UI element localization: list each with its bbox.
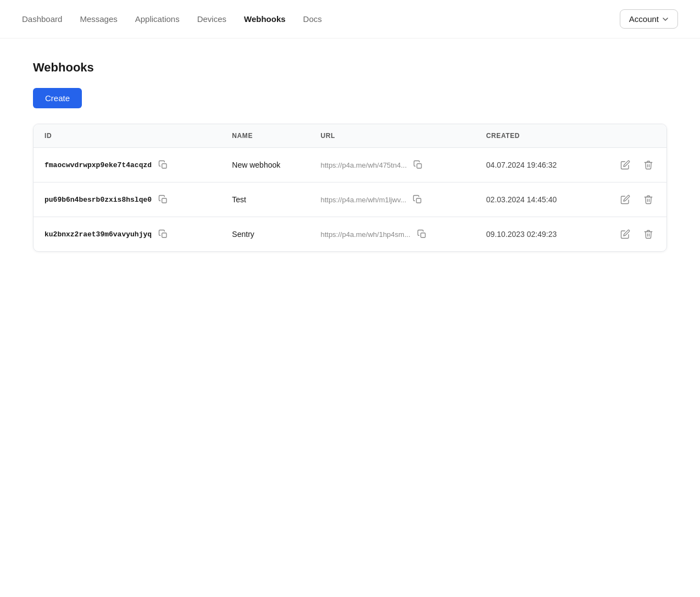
nav-link-docs[interactable]: Docs (303, 14, 322, 24)
svg-rect-4 (162, 233, 166, 237)
cell-actions (592, 148, 666, 183)
webhook-created: 04.07.2024 19:46:32 (486, 161, 557, 169)
copy-id-button[interactable] (155, 159, 171, 171)
cell-name: Test (221, 183, 309, 217)
cell-url: https://p4a.me/wh/1hp4sm... (309, 217, 475, 252)
col-header-actions (592, 124, 666, 148)
webhook-name: Sentry (232, 230, 254, 239)
copy-url-button[interactable] (410, 159, 426, 171)
copy-id-button[interactable] (155, 228, 171, 240)
col-header-id: ID (34, 124, 221, 148)
delete-button[interactable] (641, 192, 655, 207)
nav-link-applications[interactable]: Applications (135, 14, 180, 24)
col-header-name: NAME (221, 124, 309, 148)
edit-button[interactable] (618, 192, 632, 207)
svg-rect-2 (162, 198, 166, 203)
create-button[interactable]: Create (33, 88, 82, 108)
table-body: fmaocwvdrwpxp9eke7t4acqzd New webhook ht… (34, 148, 666, 252)
webhook-created: 02.03.2024 14:45:40 (486, 195, 557, 204)
table-row: fmaocwvdrwpxp9eke7t4acqzd New webhook ht… (34, 148, 666, 183)
cell-name: Sentry (221, 217, 309, 252)
webhook-url: https://p4a.me/wh/m1ljwv... (320, 196, 406, 204)
svg-rect-1 (417, 164, 421, 168)
cell-name: New webhook (221, 148, 309, 183)
cell-created: 04.07.2024 19:46:32 (475, 148, 592, 183)
webhooks-table-wrapper: IDNAMEURLCREATED fmaocwvdrwpxp9eke7t4acq… (33, 124, 667, 252)
account-label: Account (629, 14, 659, 24)
table-row: pu69b6n4besrb0zxis8hslqe0 Test https://p… (34, 183, 666, 217)
webhook-id: ku2bnxz2raet39m6vavyuhjyq (45, 230, 152, 239)
page-title: Webhooks (33, 60, 667, 75)
col-header-created: CREATED (475, 124, 592, 148)
svg-rect-0 (162, 164, 166, 168)
svg-rect-3 (416, 198, 421, 203)
copy-url-button[interactable] (409, 194, 426, 206)
copy-id-button[interactable] (155, 194, 171, 206)
cell-id: fmaocwvdrwpxp9eke7t4acqzd (34, 148, 221, 183)
navbar: DashboardMessagesApplicationsDevicesWebh… (0, 0, 700, 38)
account-button[interactable]: Account (620, 9, 678, 29)
webhook-url: https://p4a.me/wh/475tn4... (320, 161, 407, 169)
cell-actions (592, 183, 666, 217)
delete-button[interactable] (641, 158, 655, 172)
svg-rect-5 (421, 233, 425, 237)
cell-id: ku2bnxz2raet39m6vavyuhjyq (34, 217, 221, 252)
nav-link-webhooks[interactable]: Webhooks (244, 14, 286, 24)
table-row: ku2bnxz2raet39m6vavyuhjyq Sentry https:/… (34, 217, 666, 252)
webhook-id: fmaocwvdrwpxp9eke7t4acqzd (45, 161, 152, 169)
cell-actions (592, 217, 666, 252)
webhook-url: https://p4a.me/wh/1hp4sm... (320, 230, 410, 239)
edit-button[interactable] (618, 158, 632, 172)
col-header-url: URL (309, 124, 475, 148)
table-header: IDNAMEURLCREATED (34, 124, 666, 148)
chevron-down-icon (662, 16, 669, 23)
delete-button[interactable] (641, 227, 655, 241)
nav-link-devices[interactable]: Devices (197, 14, 226, 24)
nav-link-dashboard[interactable]: Dashboard (22, 14, 62, 24)
edit-button[interactable] (618, 227, 632, 241)
webhook-created: 09.10.2023 02:49:23 (486, 230, 557, 239)
webhook-id: pu69b6n4besrb0zxis8hslqe0 (45, 196, 152, 204)
webhooks-table: IDNAMEURLCREATED fmaocwvdrwpxp9eke7t4acq… (34, 124, 666, 251)
nav-links: DashboardMessagesApplicationsDevicesWebh… (22, 14, 620, 24)
cell-id: pu69b6n4besrb0zxis8hslqe0 (34, 183, 221, 217)
nav-link-messages[interactable]: Messages (80, 14, 117, 24)
copy-url-button[interactable] (414, 228, 430, 240)
webhook-name: New webhook (232, 161, 280, 169)
cell-created: 02.03.2024 14:45:40 (475, 183, 592, 217)
webhook-name: Test (232, 195, 246, 204)
main-content: Webhooks Create IDNAMEURLCREATED fmaocwv… (0, 38, 700, 274)
cell-url: https://p4a.me/wh/m1ljwv... (309, 183, 475, 217)
cell-url: https://p4a.me/wh/475tn4... (309, 148, 475, 183)
cell-created: 09.10.2023 02:49:23 (475, 217, 592, 252)
